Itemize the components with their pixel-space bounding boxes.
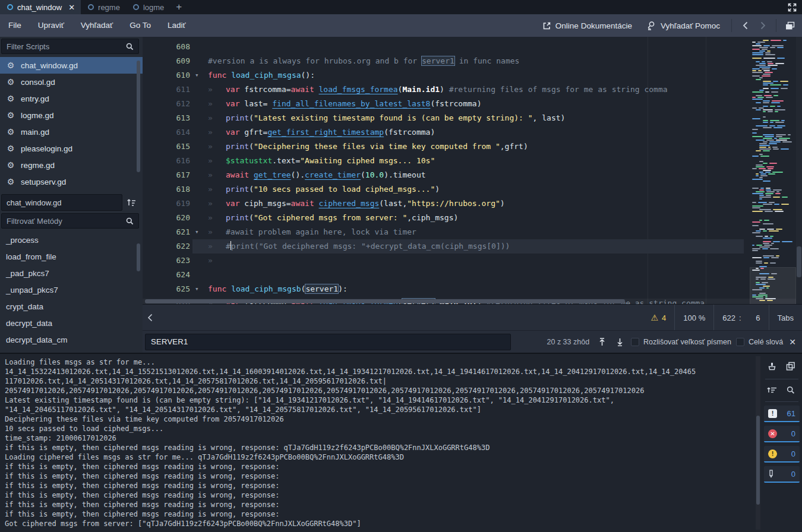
code-line-614[interactable]: 614»var gfrt=get_first_right_timestamp(f… <box>143 125 796 140</box>
messages-counter[interactable]: !61 <box>764 406 800 422</box>
code-line-620[interactable]: 620»print("Got ciphered msgs from server… <box>143 211 796 225</box>
code-line-615[interactable]: 615»print("Deciphering these files via t… <box>143 140 796 154</box>
sort-methods-button[interactable] <box>124 195 139 210</box>
line-number[interactable]: 611 <box>143 83 190 97</box>
line-number[interactable]: 622 <box>143 239 190 254</box>
code-area[interactable]: 608609#version a is always for hrubos.or… <box>143 37 802 304</box>
code-line-609[interactable]: 609#version a is always for hrubos.org a… <box>143 54 796 68</box>
code-line-616[interactable]: 616»$statustxt.text="Awaiting ciphed msg… <box>143 154 796 168</box>
whole-words-checkbox[interactable]: Celé slová <box>736 338 783 346</box>
search-output-button[interactable] <box>783 382 798 398</box>
line-number[interactable]: 614 <box>143 125 190 140</box>
code-line-622[interactable]: 622»#print("Got deciphered msgs: "+decry… <box>143 239 796 254</box>
code-line-624[interactable]: 624 <box>143 268 796 282</box>
code-line-617[interactable]: 617»await get_tree().create_timer(10.0).… <box>143 168 796 182</box>
code-line-608[interactable]: 608 <box>143 40 796 54</box>
code-line-619[interactable]: 619»var ciph_msgs=await ciphered_msgs(la… <box>143 197 796 211</box>
collapse-sidebar-button[interactable] <box>147 314 153 322</box>
match-case-checkbox[interactable]: Rozlišovať veľkosť písmen <box>631 338 731 346</box>
fold-arrow-icon[interactable]: ▾ <box>195 68 199 83</box>
line-number[interactable]: 608 <box>143 40 190 54</box>
panel-toggle-button[interactable] <box>782 18 798 33</box>
menu-go-to[interactable]: Go To <box>121 14 159 37</box>
line-number[interactable]: 609 <box>143 54 190 68</box>
code-line-612[interactable]: 612»var last= find_all_filenames_by_late… <box>143 97 796 111</box>
minimap[interactable] <box>750 37 796 304</box>
line-number[interactable]: 613 <box>143 111 190 125</box>
line-number[interactable]: 612 <box>143 97 190 111</box>
menu-file[interactable]: File <box>0 14 30 37</box>
line-number[interactable]: 623 <box>143 254 190 268</box>
filter-scripts-input[interactable]: Filter Scripts <box>1 39 139 54</box>
editor-counter[interactable]: 0 <box>764 466 800 483</box>
script-item-chat_window[interactable]: ⚙chat_window.gd <box>0 57 143 74</box>
tab-chat_window[interactable]: chat_window✕ <box>0 0 81 14</box>
horizontal-scrollbar[interactable] <box>143 299 796 304</box>
code-line-621[interactable]: 621▾»#await problem again here, lock via… <box>143 225 796 239</box>
script-item-pleaselogin[interactable]: ⚙pleaselogin.gd <box>0 140 143 157</box>
line-number[interactable]: 619 <box>143 197 190 211</box>
tab-logme[interactable]: logme <box>126 0 170 14</box>
script-item-entry[interactable]: ⚙entry.gd <box>0 90 143 107</box>
code-line-613[interactable]: 613»print("Latest existing timestamp fou… <box>143 111 796 125</box>
menu-ladiť[interactable]: Ladiť <box>159 14 194 37</box>
fullscreen-icon[interactable] <box>787 2 797 12</box>
line-number[interactable]: 618 <box>143 182 190 197</box>
code-line-610[interactable]: 610▾func load_ciph_msgsa(): <box>143 68 796 83</box>
fold-arrow-icon[interactable]: ▾ <box>195 282 199 296</box>
close-search-icon[interactable]: ✕ <box>788 337 797 347</box>
warnings-counter[interactable]: !0 <box>764 446 800 463</box>
find-next-button[interactable] <box>613 335 626 349</box>
line-number[interactable]: 624 <box>143 268 190 282</box>
method-item-_unpad_pkcs7[interactable]: _unpad_pkcs7 <box>0 281 143 298</box>
method-item-_pad_pkcs7[interactable]: _pad_pkcs7 <box>0 265 143 281</box>
history-back-button[interactable] <box>737 18 753 33</box>
fold-arrow-icon[interactable]: ▾ <box>195 225 199 239</box>
find-previous-button[interactable] <box>595 335 608 349</box>
code-line-625[interactable]: 625▾func load_ciph_msgsb(server1): <box>143 282 796 296</box>
script-list-scrollbar[interactable] <box>137 61 140 172</box>
method-list-scrollbar[interactable] <box>137 243 140 271</box>
script-item-consol[interactable]: ⚙consol.gd <box>0 74 143 90</box>
line-number[interactable]: 616 <box>143 154 190 168</box>
warning-count[interactable]: ⚠ 4 <box>643 313 675 322</box>
copy-output-button[interactable] <box>783 359 798 374</box>
line-number[interactable]: 625 <box>143 282 190 296</box>
line-number[interactable]: 621 <box>143 225 190 239</box>
line-number[interactable]: 610 <box>143 68 190 83</box>
line-number[interactable]: 620 <box>143 211 190 225</box>
method-item-crypt_data[interactable]: crypt_data <box>0 298 143 315</box>
minimap-viewport[interactable] <box>750 267 796 304</box>
zoom-level[interactable]: 100 % <box>675 314 713 322</box>
close-tab-icon[interactable]: ✕ <box>68 3 75 12</box>
tab-regme[interactable]: regme <box>81 0 126 14</box>
menu-upraviť[interactable]: Upraviť <box>30 14 72 37</box>
method-item-decrypt_data_cm[interactable]: decrypt_data_cm <box>0 331 143 348</box>
method-item-decrypt_data[interactable]: decrypt_data <box>0 315 143 331</box>
history-forward-button[interactable] <box>755 18 771 33</box>
console-scrollbar[interactable] <box>756 356 760 530</box>
code-line-618[interactable]: 618»print("10 secs passed to load ciphed… <box>143 182 796 197</box>
clear-output-button[interactable] <box>764 359 779 374</box>
script-item-logme[interactable]: ⚙logme.gd <box>0 107 143 124</box>
line-number[interactable]: 617 <box>143 168 190 182</box>
script-item-main[interactable]: ⚙main.gd <box>0 124 143 140</box>
menu-vyhľadať[interactable]: Vyhľadať <box>72 14 121 37</box>
script-item-regme[interactable]: ⚙regme.gd <box>0 157 143 173</box>
search-input[interactable]: SERVER1 <box>145 334 511 350</box>
filter-output-button[interactable] <box>764 382 779 398</box>
errors-counter[interactable]: ✕0 <box>764 426 800 442</box>
filter-methods-input[interactable]: Filtrovať Metódy <box>1 213 139 229</box>
method-item-_process[interactable]: _process <box>0 232 143 248</box>
line-number[interactable]: 615 <box>143 140 190 154</box>
script-item-setupserv[interactable]: ⚙setupserv.gd <box>0 173 143 190</box>
new-tab-button[interactable]: + <box>170 0 188 14</box>
search-help-button[interactable]: Vyhľadať Pomoc <box>640 21 726 31</box>
method-item-load_from_file[interactable]: load_from_file <box>0 248 143 265</box>
code-line-623[interactable]: 623» <box>143 254 796 268</box>
online-docs-button[interactable]: Online Dokumentácie <box>536 21 638 30</box>
indent-type[interactable]: Tabs <box>769 314 802 322</box>
code-line-611[interactable]: 611»var fstrcomma=await load_fmsgs_forme… <box>143 83 796 97</box>
console-output[interactable]: Loading files msgs as str for me...14_14… <box>5 357 752 530</box>
vertical-scrollbar[interactable] <box>796 37 802 304</box>
